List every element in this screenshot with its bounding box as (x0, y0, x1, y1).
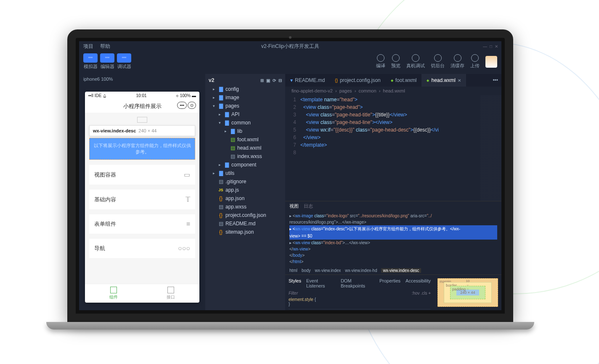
window-close-icon[interactable]: ✕ (495, 44, 498, 49)
project-root[interactable]: v2 (209, 77, 214, 83)
tree-item[interactable]: ▸▇image (205, 93, 285, 102)
toolbar-action-1[interactable]: 预览 (391, 54, 400, 69)
tree-item[interactable]: ▸▇API (205, 110, 285, 119)
tree-item[interactable]: ▾▇common (205, 119, 285, 127)
styles-subtab[interactable]: Styles (289, 278, 301, 288)
toolbar-pill-1[interactable]: ▫▫▫ (100, 53, 114, 63)
breadcrumb[interactable]: fino-applet-demo-v2 › pages › common › h… (285, 87, 501, 95)
editor-tab[interactable]: ▾README.md (285, 74, 330, 87)
cls-toggle[interactable]: .cls (421, 291, 427, 295)
tree-item[interactable]: JSapp.js (205, 186, 285, 194)
tree-item[interactable]: ▤.gitignore (205, 177, 285, 186)
editor-tab[interactable]: {}project.config.json (330, 74, 385, 87)
inspect-tooltip: wx-view.index-desc 240 × 44 (89, 125, 195, 136)
styles-subtab[interactable]: Properties (379, 278, 400, 288)
window-max-icon[interactable]: □ (490, 44, 492, 49)
menu-project[interactable]: 项目 (83, 43, 93, 50)
toolbar-pill-2[interactable]: ▫▫▫ (117, 53, 131, 63)
page-title: 小程序组件展示 (123, 103, 162, 109)
avatar[interactable] (485, 56, 497, 68)
tree-item[interactable]: ▤foot.wxml (205, 135, 285, 144)
menu-card-3[interactable]: 导航○○○ (89, 239, 195, 258)
window-min-icon[interactable]: — (483, 44, 487, 49)
toolbar-action-3[interactable]: 切后台 (431, 54, 445, 69)
simulator-device-label[interactable]: iphone6 100% (79, 74, 205, 84)
toolbar: ▫▫▫模拟器▫▫▫编辑器▫▫▫调试器 编译预览真机调试切后台清缓存上传 (79, 52, 501, 74)
selected-element-overlay[interactable]: 以下将展示小程序官方组件能力，组件样式仅供参考。 (89, 138, 195, 160)
editor-tab[interactable]: ◆head.wxml✕ (421, 74, 466, 87)
box-model[interactable]: margin 10 border – padding – 240 × 4 (434, 275, 501, 310)
styles-subtab[interactable]: DOM Breakpoints (341, 278, 374, 288)
battery-icon: ⟡ 100% ▬ (176, 93, 196, 98)
devtools-panel: 视图 日志 ▸ <wx-image class="index-logo" src… (285, 201, 501, 310)
toolbar-action-0[interactable]: 编译 (376, 54, 385, 69)
capsule-close-icon[interactable]: ⊙ (188, 102, 196, 109)
tree-item[interactable]: ▤app.wxss (205, 203, 285, 211)
tree-item[interactable]: ▸▇component (205, 161, 285, 169)
laptop-frame: 项目 帮助 v2-FinClip小程序开发工具 — □ ✕ ▫▫▫模拟器▫▫▫编… (67, 29, 513, 330)
editor-tab[interactable]: ◆foot.wxml (386, 74, 422, 87)
phone-preview: ••Il IDE ⩠ 10:01 ⟡ 100% ▬ 小程序组件展示 ••• ⊙ (85, 92, 199, 303)
toolbar-action-4[interactable]: 清缓存 (451, 54, 464, 69)
tabbar-item-1[interactable]: 接口 (142, 284, 199, 303)
devtools-tab-console[interactable]: 日志 (304, 203, 313, 209)
tree-item[interactable]: {}app.json (205, 194, 285, 203)
menubar: 项目 帮助 v2-FinClip小程序开发工具 — □ ✕ (79, 41, 501, 52)
menu-help[interactable]: 帮助 (100, 43, 110, 50)
toolbar-action-2[interactable]: 真机调试 (406, 54, 425, 69)
tab-overflow-icon[interactable]: ••• (489, 77, 501, 83)
tree-item[interactable]: ▤README.md (205, 219, 285, 228)
menu-card-0[interactable]: 视图容器▭ (89, 165, 195, 185)
tree-item[interactable]: {}sitemap.json (205, 228, 285, 236)
toolbar-pill-0[interactable]: ▫▫▫ (83, 53, 98, 63)
collapse-icon[interactable]: ⊟ (278, 78, 282, 83)
tabbar-item-0[interactable]: 组件 (85, 284, 142, 303)
tree-item[interactable]: {}project.config.json (205, 211, 285, 219)
dom-tree[interactable]: ▸ <wx-image class="index-logo" src="../r… (285, 211, 501, 266)
signal-icon: ••Il IDE ⩠ (88, 93, 107, 98)
devtools-tab-elements[interactable]: 视图 (289, 203, 299, 209)
menu-card-1[interactable]: 基础内容𝕋 (89, 190, 195, 209)
refresh-icon[interactable]: ⟳ (273, 78, 276, 83)
capsule-more-icon[interactable]: ••• (177, 102, 187, 109)
phone-clock: 10:01 (136, 93, 147, 98)
placeholder-logo (137, 117, 147, 123)
add-rule-icon[interactable]: + (428, 291, 431, 295)
new-folder-icon[interactable]: ▣ (266, 78, 270, 83)
hov-toggle[interactable]: :hov (412, 291, 420, 295)
window-title: v2-FinClip小程序开发工具 (261, 43, 319, 50)
tree-item[interactable]: ▾▇pages (205, 102, 285, 110)
tree-item[interactable]: ▸▇config (205, 85, 285, 93)
close-tab-icon[interactable]: ✕ (458, 78, 461, 83)
tree-item[interactable]: ▤head.wxml (205, 144, 285, 152)
toolbar-action-5[interactable]: 上传 (470, 54, 480, 69)
simulator-pane: iphone6 100% ••Il IDE ⩠ 10:01 ⟡ 100% ▬ 小… (79, 74, 205, 310)
tree-item[interactable]: ▸▇lib (205, 127, 285, 135)
editor-pane: ▾README.md{}project.config.json◆foot.wxm… (285, 74, 501, 310)
file-explorer: v2 ⊞ ▣ ⟳ ⊟ ▸▇config▸▇image▾▇pages▸▇API▾▇… (205, 74, 285, 310)
dom-breadcrumb[interactable]: htmlbodywx-view.indexwx-view.index-hdwx-… (285, 266, 501, 274)
styles-filter-input[interactable]: Filter (289, 291, 412, 295)
css-rule[interactable]: element.style {} (289, 296, 431, 309)
tree-item[interactable]: ▸▇utils (205, 169, 285, 177)
styles-subtab[interactable]: Event Listeners (306, 278, 336, 288)
styles-subtab[interactable]: Accessibility (406, 278, 431, 288)
code-editor[interactable]: 1<template name="head">2 <view class="pa… (285, 95, 501, 201)
tree-item[interactable]: ▤index.wxss (205, 152, 285, 161)
menu-card-2[interactable]: 表单组件≡ (89, 214, 195, 234)
ide-window: 项目 帮助 v2-FinClip小程序开发工具 — □ ✕ ▫▫▫模拟器▫▫▫编… (79, 41, 501, 310)
css-rule[interactable]: </span><span class="sel">.index-desc</sp… (289, 309, 431, 310)
minimap[interactable] (480, 95, 501, 201)
new-file-icon[interactable]: ⊞ (260, 78, 264, 83)
